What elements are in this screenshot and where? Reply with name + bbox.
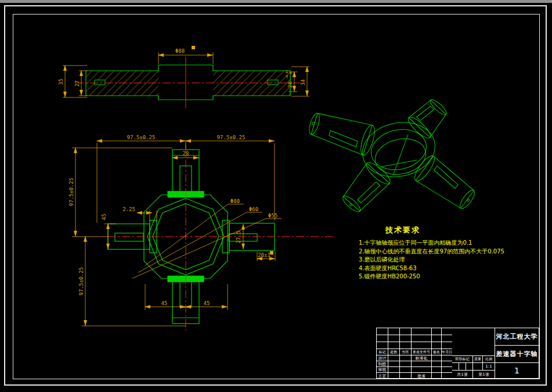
dim-28-tol-lower: 0 [289,72,293,74]
dim-45-bottom-right: 45 [204,300,210,306]
dim-phi80: Φ80 [230,198,240,204]
title-block-names: 河北工程大学 差速器十字轴 1 [495,328,539,378]
tech-item-5: 5.锻件硬度HB200-250 [359,273,550,281]
title-block-scale-area: 阶段标记 质量 比例 1:1 共1张 第1张 [452,328,495,378]
dim-35: 35 [58,79,64,85]
title-block: 标记 处数 分区 更改文件号 签名 年月日 设计 标准化 制图 审核 [376,328,539,379]
tolerance-mark-square [270,251,273,255]
tb-sheet-number: 1 [495,363,539,378]
dim-27: 27 [74,81,80,87]
left-oil-slot [95,80,105,85]
section-view: Φ88 35 27 28 +0.05 0 34 [58,46,309,108]
tb-col-docno: 更改文件号 [412,349,432,355]
surface-mark-square [192,46,195,49]
tb-col-date: 年月日 [442,349,452,355]
tb-sheet-no: 第1张 [473,371,495,378]
arm-right-slot [229,234,257,241]
dim-phi88: Φ88 [175,48,185,54]
dim-2-25: 2.25 [122,206,135,212]
iso-bore-bottom [372,135,430,179]
tb-part-name: 差速器十字轴 [495,346,539,363]
tb-scale-value: 1:1 [483,363,495,371]
tb-stage-label: 阶段标记 [452,356,473,363]
iso-arm-upper-left [306,108,377,157]
tb-col-zone: 分区 [400,349,412,355]
dim-28-shaft: 28 [183,151,189,157]
tb-approve: 批准 [412,373,432,379]
dim-45-bottom-left: 45 [161,300,168,306]
tb-col-sign: 签名 [432,349,442,355]
tb-standardization: 标准化 [412,355,432,361]
dim-97-5-top-left: 97.5±0.25 [127,135,156,140]
front-view: 97.5±0.25 97.5±0.25 97.5±0.25 97.5±0.25 … [68,135,334,331]
tb-scale-label: 比例 [483,356,495,363]
arm-left-slot [115,233,143,241]
tb-sheets-total: 共1张 [452,371,473,378]
dim-28-tol-upper: +0.05 [285,70,288,78]
tb-row-process: 工艺 [377,373,388,379]
tb-mass-label: 质量 [473,356,483,363]
dim-20-1: 20±1 [258,252,270,258]
dim-27-5: 27.5 [236,231,241,244]
iso-arm-upper-right [406,95,452,140]
dim-phi55: Φ55 [268,213,277,219]
tech-item-3: 3.磨以后磷化处理 [359,256,550,264]
tb-row-draw: 制图 [377,361,388,367]
tb-col-count: 处数 [388,349,400,355]
iso-ring-inner [367,125,430,175]
iso-view [306,95,479,216]
dim-97-5-left-down: 97.5±0.25 [78,267,84,296]
tb-university: 河北工程大学 [495,328,539,346]
tech-item-1: 1.十字轴轴颈应位于同一平面内精确度为0.1 [359,239,550,248]
dim-45-arm: 45 [101,214,107,220]
iso-bore-lines [380,135,417,174]
tb-row-check: 审核 [377,367,388,373]
tb-row-design: 设计 [377,355,388,361]
technical-requirements: 技术要求 1.十字轴轴颈应位于同一平面内精确度为0.1 2.轴颈中心线的不垂直度… [359,225,550,281]
tech-title: 技术要求 [385,225,550,235]
dim-28: 28 [287,82,293,88]
tech-item-4: 4.表面硬度HRC58-63 [359,264,550,273]
cad-canvas: Φ88 35 27 28 +0.05 0 34 [0,0,552,392]
title-block-signatures: 标记 处数 分区 更改文件号 签名 年月日 设计 标准化 制图 审核 [377,328,452,378]
tech-item-2: 2.轴颈中心线的不垂直度在长度97的范围内不大于0.075 [359,248,550,256]
right-oil-slot [268,80,278,85]
tb-col-mark: 标记 [377,349,388,355]
dim-97-5-top-right: 97.5±0.25 [217,135,246,140]
iso-arm-lower-right [412,153,479,214]
dim-97-5-left-up: 97.5±0.25 [68,178,74,206]
dim-34: 34 [300,79,306,86]
dim-phi60: Φ60 [249,206,258,212]
